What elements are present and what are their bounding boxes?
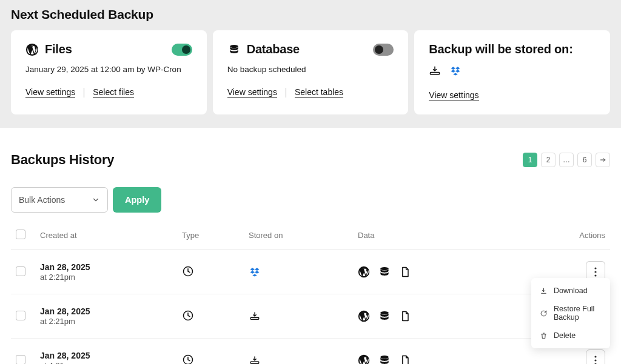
backups-history-section: Backups History 1 2 … 6 Bulk Actions App… xyxy=(0,128,621,364)
apply-button[interactable]: Apply xyxy=(113,187,161,213)
page-1-button[interactable]: 1 xyxy=(523,153,537,167)
row-date: Jan 28, 2025 xyxy=(40,262,172,272)
col-stored-header: Stored on xyxy=(244,223,353,250)
row-actions-button[interactable] xyxy=(586,349,605,364)
database-icon xyxy=(227,43,241,56)
backups-history-title: Backups History xyxy=(11,152,114,168)
next-backup-title: Next Scheduled Backup xyxy=(11,7,610,22)
wordpress-icon xyxy=(358,310,370,322)
clock-icon xyxy=(182,354,194,365)
wordpress-icon xyxy=(358,354,370,364)
menu-restore[interactable]: Restore Full Backup xyxy=(531,300,610,326)
db-view-settings-link[interactable]: View settings xyxy=(227,87,277,98)
col-type-header: Type xyxy=(177,223,244,250)
page-next-button[interactable] xyxy=(596,153,610,167)
files-card-title: Files xyxy=(45,42,72,56)
divider xyxy=(84,88,84,98)
database-toggle[interactable] xyxy=(373,44,394,56)
table-row: Jan 28, 2025at 4:31am xyxy=(11,339,610,365)
dropbox-icon xyxy=(449,65,462,77)
col-data-header: Data xyxy=(353,223,556,250)
row-time: at 2:21pm xyxy=(40,273,75,282)
dropbox-icon xyxy=(249,266,261,278)
page-ellipsis: … xyxy=(559,153,574,167)
clock-icon xyxy=(182,265,194,277)
files-toggle[interactable] xyxy=(172,44,192,56)
cards-row: Files January 29, 2025 at 12:00 am by WP… xyxy=(11,30,610,114)
table-row: Jan 28, 2025at 2:21pm xyxy=(11,294,610,339)
file-icon xyxy=(399,310,411,322)
local-icon xyxy=(249,310,261,322)
pagination: 1 2 … 6 xyxy=(523,153,610,167)
clock-icon xyxy=(182,309,194,322)
file-icon xyxy=(399,354,411,364)
row-time: at 4:31am xyxy=(40,361,75,364)
col-created-header: Created at xyxy=(38,223,177,250)
files-card: Files January 29, 2025 at 12:00 am by WP… xyxy=(11,30,207,114)
database-icon xyxy=(378,266,391,278)
local-storage-icon xyxy=(429,65,441,77)
database-card: Database No backup scheduled View settin… xyxy=(213,30,409,114)
local-icon xyxy=(249,354,261,364)
row-actions-menu: DownloadRestore Full BackupDelete xyxy=(531,278,610,348)
wordpress-icon xyxy=(25,43,39,56)
files-view-settings-link[interactable]: View settings xyxy=(25,87,75,98)
row-date: Jan 28, 2025 xyxy=(40,306,172,316)
storage-icons xyxy=(429,65,596,77)
table-row: Jan 28, 2025at 2:21pmDownloadRestore Ful… xyxy=(11,250,610,294)
bulk-actions-select[interactable]: Bulk Actions xyxy=(11,187,108,213)
menu-download[interactable]: Download xyxy=(531,282,610,300)
db-schedule-text: No backup scheduled xyxy=(227,65,394,74)
select-all-checkbox[interactable] xyxy=(16,230,25,239)
backups-table: Created at Type Stored on Data Actions J… xyxy=(11,223,610,364)
page-6-button[interactable]: 6 xyxy=(577,153,592,167)
file-icon xyxy=(399,266,411,278)
files-select-files-link[interactable]: Select files xyxy=(93,87,134,98)
row-checkbox[interactable] xyxy=(16,355,25,365)
row-date: Jan 28, 2025 xyxy=(40,351,172,360)
db-select-tables-link[interactable]: Select tables xyxy=(295,87,343,98)
files-schedule-text: January 29, 2025 at 12:00 am by WP-Cron xyxy=(25,65,192,74)
divider xyxy=(286,88,286,98)
database-icon xyxy=(378,310,391,322)
storage-card-title: Backup will be stored on: xyxy=(429,42,572,56)
database-icon xyxy=(378,354,391,364)
row-time: at 2:21pm xyxy=(40,317,75,326)
row-checkbox[interactable] xyxy=(16,311,25,320)
row-checkbox[interactable] xyxy=(16,266,25,276)
storage-view-settings-link[interactable]: View settings xyxy=(429,90,478,101)
bulk-actions-label: Bulk Actions xyxy=(19,195,65,205)
col-actions-header: Actions xyxy=(556,223,610,250)
db-card-title: Database xyxy=(247,42,300,56)
next-backup-section: Next Scheduled Backup Files January 29, … xyxy=(0,0,621,128)
chevron-down-icon xyxy=(92,196,100,204)
storage-card: Backup will be stored on: View settings xyxy=(414,30,610,114)
wordpress-icon xyxy=(358,266,370,278)
menu-delete[interactable]: Delete xyxy=(531,326,610,345)
page-2-button[interactable]: 2 xyxy=(541,153,556,167)
